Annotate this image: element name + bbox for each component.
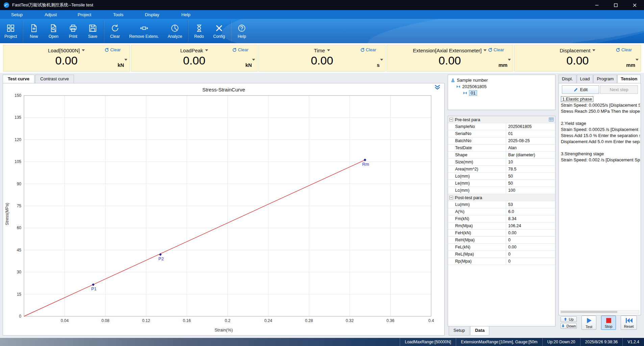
param-group-pre-test-para[interactable]: Pre-test para [448, 116, 555, 123]
menu-tools[interactable]: Tools [101, 12, 135, 17]
down-button[interactable]: Down [561, 323, 577, 329]
chevron-down-icon[interactable] [124, 59, 127, 61]
tab-program[interactable]: Program [593, 75, 617, 83]
param-row-lu-mm[interactable]: Lu(mm)53 [448, 201, 555, 208]
param-row-serialno[interactable]: SerialNo01 [448, 130, 555, 137]
menu-adjust[interactable]: Adjust [34, 12, 68, 17]
svg-text:P2: P2 [158, 256, 164, 261]
title-bar: FastTest万能试验机测控系统--Tensile test [0, 0, 644, 10]
tab-displ[interactable]: Displ. [559, 75, 576, 83]
save-button[interactable]: Save [83, 19, 102, 43]
clear-button[interactable]: Clear [104, 47, 121, 52]
clear-button[interactable]: Clear [360, 47, 376, 52]
svg-text:0.24: 0.24 [264, 318, 272, 323]
project-button[interactable]: Project [0, 19, 21, 43]
minimize-button[interactable] [587, 0, 606, 10]
menu-help[interactable]: Help [169, 12, 203, 17]
print-button[interactable]: Print [63, 19, 83, 43]
open-button[interactable]: Open [44, 19, 63, 43]
param-row-feh-kn[interactable]: FeH(kN)0.00 [448, 230, 555, 237]
program-line[interactable]: 3.Strengthening stage [560, 151, 640, 157]
program-line[interactable]: Strain Speed: 0.00025 /s [Displacement S… [560, 127, 640, 133]
program-line[interactable]: Displacement Add 5.0 mm Enter the separa… [560, 139, 640, 145]
clear-button[interactable]: Clear [232, 47, 248, 52]
menu-setup[interactable]: Setup [0, 12, 34, 17]
config-button[interactable]: Config [209, 19, 229, 43]
param-row-rm-mpa[interactable]: Rm(Mpa)106.24 [448, 222, 555, 230]
program-line[interactable]: 1.Elastic phase [560, 96, 640, 102]
close-button[interactable] [625, 0, 644, 10]
collapse-icon[interactable] [449, 118, 453, 122]
chevron-down-icon[interactable] [508, 59, 511, 61]
svg-text:0.04: 0.04 [61, 318, 69, 323]
chevron-down-icon[interactable] [327, 49, 330, 51]
chevron-down-icon[interactable] [252, 59, 255, 61]
tab-setup[interactable]: Setup [449, 326, 470, 336]
param-row-area-mm-2[interactable]: Area(mm^2)78.5 [448, 166, 555, 173]
program-line[interactable]: 2.Yield stage [560, 121, 640, 127]
param-row-le-mm[interactable]: Le(mm)50 [448, 180, 555, 187]
collapse-icon[interactable] [449, 196, 453, 199]
analyze-button[interactable]: Analyze [163, 19, 187, 43]
param-row-sampleno[interactable]: SampleNo2025061805 [448, 123, 555, 130]
clear-button[interactable]: Clear [105, 19, 125, 43]
chevron-down-icon[interactable] [592, 49, 595, 51]
param-row-size-mm[interactable]: Size(mm)10 [448, 159, 555, 166]
param-row-rel-mpa[interactable]: ReL(Mpa)0 [448, 251, 555, 258]
tree-node-sample[interactable]: 2025061805 [448, 83, 555, 90]
param-row-batchno[interactable]: BatchNo2025-08-25 [448, 137, 555, 144]
param-row-testdate[interactable]: TestDateAlan [448, 144, 555, 152]
param-row-reh-mpa[interactable]: ReH(Mpa)0 [448, 237, 555, 244]
chevron-down-icon[interactable] [82, 49, 85, 51]
app-window: { "window": { "title": "FastTest万能试验机测控系… [0, 0, 644, 346]
param-row-lo-mm[interactable]: Lo(mm)50 [448, 173, 555, 180]
tab-data[interactable]: Data [470, 326, 489, 336]
parameters-table: Pre-test paraSampleNo2025061805SerialNo0… [448, 116, 555, 326]
param-row-rp-mpa[interactable]: Rp(Mpa)0 [448, 258, 555, 265]
redo-button[interactable]: Redo [189, 19, 209, 43]
remove-extens-button[interactable]: Remove Extens. [125, 19, 163, 43]
measurement-value: 0.00 [515, 54, 641, 67]
test-button[interactable]: Test [581, 316, 596, 330]
program-line[interactable]: Stress Reach 250.0 MPa Then the slope ch… [560, 108, 640, 114]
up-button[interactable]: Up [561, 316, 577, 322]
chevron-down-icon[interactable] [205, 49, 208, 51]
new-button[interactable]: New [24, 19, 44, 43]
chevron-down-icon[interactable] [484, 49, 487, 51]
param-row-shape[interactable]: ShapeBar (diameter) [448, 152, 555, 159]
table-grid-icon[interactable] [549, 117, 554, 122]
edit-button[interactable]: Edit [562, 85, 599, 94]
chevron-down-icon[interactable] [380, 59, 383, 61]
reset-button[interactable]: Reset [621, 316, 637, 330]
stop-button[interactable]: Stop [601, 316, 616, 330]
scrollbar-thumb[interactable] [561, 311, 617, 313]
param-row-fel-kn[interactable]: FeL(kN)0.00 [448, 244, 555, 251]
menu-display[interactable]: Display [135, 12, 169, 17]
help-button[interactable]: Help [232, 19, 252, 43]
maximize-button[interactable] [606, 0, 625, 10]
clear-button[interactable]: Clear [488, 47, 504, 52]
program-line[interactable]: Strain Speed: 0.002 /s [Displacement Spe… [560, 157, 640, 163]
save-icon [88, 24, 97, 33]
chevron-down-icon[interactable] [636, 59, 639, 61]
param-row-fm-kn[interactable]: Fm(kN)8.34 [448, 215, 555, 222]
specimen-icon [463, 91, 467, 95]
tab-test-curve[interactable]: Test curve [3, 75, 34, 83]
toolbar-separator [188, 20, 188, 42]
tab-load[interactable]: Load [577, 75, 593, 83]
tree-node-serial[interactable]: 01 [448, 90, 555, 96]
clear-button[interactable]: Clear [616, 47, 632, 52]
param-row-a[interactable]: A(%)6.0 [448, 208, 555, 215]
tab-contrast-curve[interactable]: Contrast curve [35, 75, 74, 83]
program-line[interactable]: Strain Speed: 0.00025/s [Displacement Sp… [560, 102, 640, 108]
svg-text:0.16: 0.16 [183, 318, 191, 323]
tab-tension[interactable]: Tension [617, 75, 641, 83]
horizontal-scrollbar[interactable] [560, 310, 639, 314]
param-group-post-test-para[interactable]: Post-test para [448, 194, 555, 201]
menu-project[interactable]: Project [68, 12, 101, 17]
next-step-button[interactable]: Next step [600, 85, 638, 94]
param-row-lc-mm[interactable]: Lc(mm)100 [448, 187, 555, 194]
play-icon [586, 317, 593, 324]
program-line[interactable]: Stress Add 15.0 % Enter the separation s… [560, 133, 640, 139]
svg-text:30: 30 [17, 270, 22, 274]
